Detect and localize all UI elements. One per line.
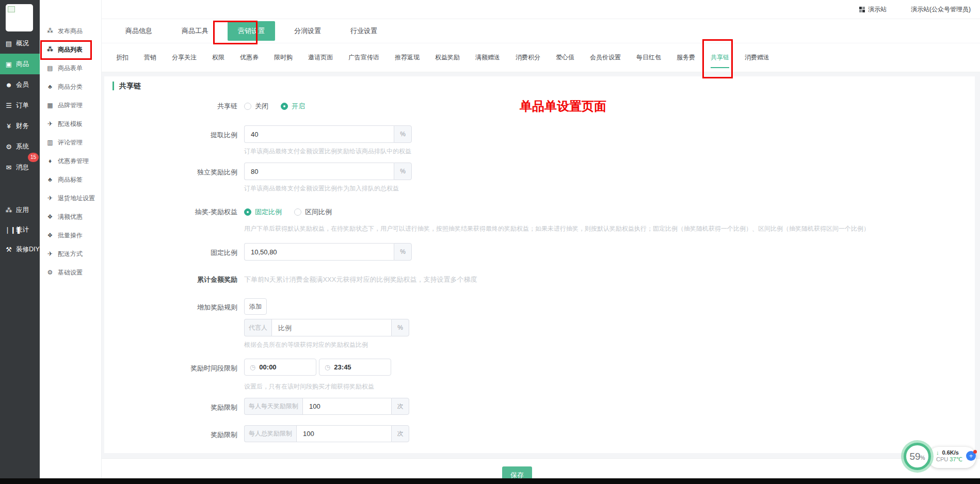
sidebar-item-members[interactable]: ☻会员 xyxy=(0,74,40,95)
sidebar-item-label: 商品 xyxy=(16,60,29,69)
extract-ratio-input[interactable] xyxy=(244,125,394,143)
radio-option-on[interactable]: 开启 xyxy=(281,102,305,111)
subtab-rights-reward[interactable]: 权益奖励 xyxy=(435,53,460,62)
logo-image-placeholder-icon xyxy=(8,6,15,12)
subtab-full-gift[interactable]: 满额赠送 xyxy=(475,53,500,62)
radio-unchecked-icon[interactable] xyxy=(294,208,301,216)
subtab-consume-points[interactable]: 消费积分 xyxy=(516,53,540,62)
menu-item-label: 基础设置 xyxy=(58,268,83,277)
yen-icon: ¥ xyxy=(5,122,13,130)
menu-item-goods-tags[interactable]: ♣商品标签 xyxy=(40,170,101,189)
radio-unchecked-icon[interactable] xyxy=(244,103,251,110)
menu-item-basic-settings[interactable]: ⚙基础设置 xyxy=(40,263,101,282)
tab-profit-settings[interactable]: 分润设置 xyxy=(284,19,331,43)
radio-option-interval[interactable]: 区间比例 xyxy=(294,207,332,217)
user-menu[interactable]: 演示站(公众号管理员) xyxy=(902,5,971,14)
sidebar-item-label: 消息 xyxy=(16,163,29,172)
menu-item-brand-manage[interactable]: ▦品牌管理 xyxy=(40,96,101,115)
sidebar-item-goods[interactable]: ▣商品 xyxy=(0,54,40,74)
sidebar-item-finance[interactable]: ¥财务 xyxy=(0,116,40,136)
tab-goods-info[interactable]: 商品信息 xyxy=(115,19,163,43)
clock-icon: ◷ xyxy=(250,363,255,371)
fixed-ratio-input[interactable] xyxy=(244,243,394,261)
menu-item-coupon-manage[interactable]: ♦优惠券管理 xyxy=(40,152,101,170)
times-unit: 次 xyxy=(391,398,409,415)
subtab-flash-sale[interactable]: 限时购 xyxy=(274,53,293,62)
cpu-usage-gauge[interactable]: 59 % xyxy=(904,443,931,470)
sidebar-item-orders[interactable]: ☰订单 xyxy=(0,95,40,116)
start-time-picker[interactable]: ◷00:00 xyxy=(244,359,316,376)
subtab-share-chain[interactable]: 共享链 xyxy=(711,53,729,62)
subtab-love-value[interactable]: 爱心值 xyxy=(556,53,574,62)
notification-dot xyxy=(973,450,977,454)
add-rule-button[interactable]: 添加 xyxy=(244,298,267,315)
gear-icon: ⚙ xyxy=(46,269,54,276)
assistant-plus-button[interactable]: + xyxy=(966,451,976,461)
sidebar-item-decorate-diy[interactable]: ⚒装修DIY xyxy=(0,239,40,259)
menu-item-batch-operation[interactable]: ❖批量操作 xyxy=(40,226,101,245)
subtab-discount[interactable]: 折扣 xyxy=(116,53,128,62)
subtab-consume-gift[interactable]: 消费赠送 xyxy=(745,53,769,62)
subtab-service-fee[interactable]: 服务费 xyxy=(677,53,695,62)
tab-industry-settings[interactable]: 行业设置 xyxy=(340,19,388,43)
menu-item-return-address[interactable]: ✈退货地址设置 xyxy=(40,189,101,207)
menu-item-goods-form[interactable]: ▤商品表单 xyxy=(40,59,101,77)
menu-item-delivery-template[interactable]: ✈配送模板 xyxy=(40,115,101,133)
menu-item-comment-manage[interactable]: ▥评论管理 xyxy=(40,133,101,152)
gift-icon: ❖ xyxy=(46,213,54,220)
sidebar-item-statistics[interactable]: ❘❙❚统计 xyxy=(0,220,40,239)
daily-limit-label: 奖励限制 xyxy=(104,403,237,412)
spokesman-ratio-field: 代言人 % xyxy=(244,319,409,336)
independent-ratio-field: % xyxy=(244,163,412,180)
site-logo[interactable] xyxy=(6,4,33,31)
sidebar-item-label: 财务 xyxy=(16,122,29,131)
menu-item-delivery-method[interactable]: ✈配送方式 xyxy=(40,245,101,263)
percent-unit: % xyxy=(394,243,412,261)
subtab-coupon[interactable]: 优惠券 xyxy=(240,53,259,62)
menu-item-goods-category[interactable]: ♣商品分类 xyxy=(40,77,101,96)
menu-item-label: 退货地址设置 xyxy=(58,194,95,203)
total-limit-label: 奖励限制 xyxy=(104,430,237,440)
members-icon: ☻ xyxy=(5,81,13,89)
subtab-share-follow[interactable]: 分享关注 xyxy=(172,53,197,62)
gauge-percent-value: 59 xyxy=(909,451,920,462)
primary-sidebar: ▤概况 ▣商品 ☻会员 ☰订单 ¥财务 ⚙系统 ✉消息15 ⁂应用 ❘❙❚统计 … xyxy=(0,0,40,484)
menu-item-publish-goods[interactable]: ⁂发布商品 xyxy=(40,22,101,40)
primary-nav-group-bottom: ⁂应用 ❘❙❚统计 ⚒装修DIY xyxy=(0,200,40,259)
gauge-percent-unit: % xyxy=(921,455,925,461)
tab-marketing-settings[interactable]: 营销设置 xyxy=(228,21,275,41)
total-limit-input[interactable] xyxy=(296,425,391,442)
percent-unit: % xyxy=(394,163,412,180)
spokesman-ratio-input[interactable] xyxy=(271,319,391,336)
radio-checked-icon[interactable] xyxy=(244,208,251,216)
radio-option-off[interactable]: 关闭 xyxy=(244,102,268,111)
sidebar-item-label: 统计 xyxy=(16,225,29,234)
share-chain-settings-card: 共享链 共享链 关闭 开启 提取比例 % 订单该商品最终支付金额设置比例奖励给该… xyxy=(104,76,975,453)
share-icon: ⁂ xyxy=(46,46,54,53)
independent-ratio-label: 独立奖励比例 xyxy=(104,168,237,177)
subtab-marketing[interactable]: 营销 xyxy=(144,53,156,62)
independent-ratio-input[interactable] xyxy=(244,163,394,180)
site-switcher[interactable]: 演示站 xyxy=(859,5,887,14)
subtab-permission[interactable]: 权限 xyxy=(212,53,224,62)
menu-item-full-discount[interactable]: ❖满额优惠 xyxy=(40,207,101,226)
menu-item-label: 满额优惠 xyxy=(58,213,83,221)
end-time-value: 23:45 xyxy=(334,363,351,371)
top-header-bar: 演示站 演示站(公众号管理员) xyxy=(102,0,980,19)
hammer-icon: ⚒ xyxy=(5,246,13,253)
tab-goods-tools[interactable]: 商品工具 xyxy=(171,19,219,43)
subtab-member-price[interactable]: 会员价设置 xyxy=(590,53,621,62)
daily-limit-input[interactable] xyxy=(302,398,391,415)
radio-option-fixed[interactable]: 固定比例 xyxy=(244,207,282,217)
menu-item-goods-list[interactable]: ⁂商品列表 xyxy=(40,40,101,59)
sidebar-item-messages[interactable]: ✉消息15 xyxy=(0,157,40,178)
subtab-referral-cashback[interactable]: 推荐返现 xyxy=(395,53,420,62)
subtab-ad-slogan[interactable]: 广告宣传语 xyxy=(348,53,379,62)
sidebar-item-apps[interactable]: ⁂应用 xyxy=(0,200,40,220)
sidebar-item-overview[interactable]: ▤概况 xyxy=(0,33,40,54)
subtab-daily-redpacket[interactable]: 每日红包 xyxy=(636,53,661,62)
end-time-picker[interactable]: ◷23:45 xyxy=(319,359,391,376)
lottery-radio-group: 固定比例 区间比例 xyxy=(244,207,332,217)
subtab-invite-page[interactable]: 邀请页面 xyxy=(308,53,333,62)
radio-checked-icon[interactable] xyxy=(281,103,288,110)
